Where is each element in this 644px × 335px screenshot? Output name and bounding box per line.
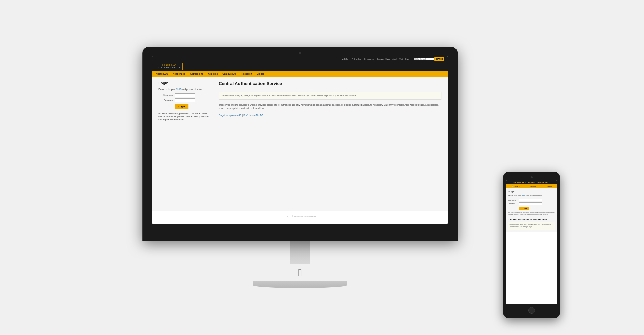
phone-password-row: Password bbox=[508, 202, 555, 205]
phone-home-button-icon[interactable] bbox=[528, 307, 535, 314]
azindex-link[interactable]: A-Z Index bbox=[352, 58, 361, 60]
phone-mobile-nav[interactable]: ◑ Mobile bbox=[529, 185, 536, 187]
search-input[interactable] bbox=[414, 58, 434, 60]
login-button[interactable]: Login bbox=[175, 104, 188, 109]
phone-login-text: Please enter your NetID and password bel… bbox=[508, 194, 555, 197]
topbar-search: SEARCH bbox=[414, 57, 444, 61]
search-button[interactable]: SEARCH bbox=[434, 57, 444, 61]
search-icon: 🔍 bbox=[512, 185, 514, 187]
nav-global[interactable]: Global bbox=[257, 71, 264, 77]
username-label: Username bbox=[158, 94, 173, 96]
login-panel: Login Please enter your NetID and passwo… bbox=[158, 81, 212, 207]
phone-nav-bar: 🔍 Search ◑ Mobile ☰ Menu bbox=[506, 184, 557, 188]
campusmaps-link[interactable]: Campus Maps bbox=[377, 58, 390, 60]
no-netid-link[interactable]: Don't have a NetID? bbox=[243, 114, 263, 116]
netid-link[interactable]: NetID bbox=[176, 88, 182, 90]
apple-logo-icon:  bbox=[142, 264, 458, 281]
username-input[interactable] bbox=[175, 93, 195, 97]
site-footer: Copyright © Kennesaw State University bbox=[152, 211, 448, 221]
phone-login-title: Login bbox=[508, 190, 555, 193]
scene: MyKSU A-Z Index Directories Campus Maps … bbox=[0, 0, 644, 335]
cas-title: Central Authentication Service bbox=[219, 81, 441, 88]
cas-panel: Central Authentication Service Effective… bbox=[219, 81, 441, 207]
phone-cas-notice: Effective February 8, 2018, Owl Express … bbox=[508, 222, 555, 230]
phone-username-input[interactable] bbox=[519, 199, 542, 201]
cas-links: Forgot your password? | Don't have a Net… bbox=[219, 114, 441, 117]
nav-admissions[interactable]: Admissions bbox=[190, 71, 203, 77]
nav-athletics[interactable]: Athletics bbox=[208, 71, 218, 77]
phone-ksu-title: KENNESAW STATE UNIVERSITY bbox=[507, 181, 556, 183]
imac-bezel: MyKSU A-Z Index Directories Campus Maps … bbox=[142, 47, 458, 241]
nav-campus-life[interactable]: Campus Life bbox=[222, 71, 236, 77]
phone-username-label: Username bbox=[508, 199, 518, 201]
directories-link[interactable]: Directories bbox=[364, 58, 374, 60]
logo-line2: STATE UNIVERSITY bbox=[158, 66, 180, 69]
phone-password-input[interactable] bbox=[519, 202, 542, 205]
menu-icon: ☰ bbox=[546, 185, 547, 187]
mobile-icon: ◑ bbox=[529, 185, 530, 187]
action-links: Apply Visit Give bbox=[392, 58, 409, 60]
cas-notice: Effective February 8, 2018, Owl Express … bbox=[219, 92, 441, 100]
username-row: Username bbox=[158, 93, 212, 97]
phone-security-note: For security reasons, please Log Out and… bbox=[508, 212, 555, 216]
apply-link[interactable]: Apply bbox=[392, 58, 397, 60]
imac-stand-base bbox=[253, 281, 347, 288]
phone-netid-link[interactable]: NetID bbox=[522, 194, 526, 196]
phone-menu-nav[interactable]: ☰ Menu bbox=[546, 185, 552, 187]
phone-content: Login Please enter your NetID and passwo… bbox=[506, 188, 557, 232]
login-intro: Please enter your NetID and password bel… bbox=[158, 88, 212, 91]
phone-cas-title: Central Authentication Service bbox=[508, 218, 555, 221]
topbar-links: MyKSU A-Z Index Directories Campus Maps bbox=[342, 58, 390, 60]
nav-research[interactable]: Research bbox=[241, 71, 252, 77]
copyright-text: Copyright © Kennesaw State University bbox=[284, 215, 316, 217]
imac-stand-neck bbox=[290, 241, 310, 264]
login-title: Login bbox=[158, 81, 212, 85]
website-desktop: MyKSU A-Z Index Directories Campus Maps … bbox=[152, 56, 448, 224]
password-row: Password bbox=[158, 98, 212, 102]
phone-website: KENNESAW STATE UNIVERSITY 🔍 Search ◑ Mob… bbox=[506, 180, 557, 232]
phone: KENNESAW STATE UNIVERSITY 🔍 Search ◑ Mob… bbox=[503, 172, 560, 318]
visit-link[interactable]: Visit bbox=[399, 58, 403, 60]
site-logobar: KENNESAW STATE UNIVERSITY bbox=[152, 62, 448, 71]
nav-about-ksu[interactable]: About KSU bbox=[156, 71, 168, 77]
content-area: Login Please enter your NetID and passwo… bbox=[152, 77, 448, 211]
imac: MyKSU A-Z Index Directories Campus Maps … bbox=[142, 47, 458, 288]
phone-header: KENNESAW STATE UNIVERSITY bbox=[506, 180, 557, 184]
site-topbar: MyKSU A-Z Index Directories Campus Maps … bbox=[152, 56, 448, 62]
phone-search-nav[interactable]: 🔍 Search bbox=[512, 185, 520, 187]
cas-body: This service and the services to which i… bbox=[219, 103, 441, 110]
phone-username-row: Username bbox=[508, 199, 555, 201]
main-nav: About KSU Academics Admissions Athletics… bbox=[152, 71, 448, 77]
password-label: Password bbox=[158, 99, 173, 102]
phone-password-label: Password bbox=[508, 203, 518, 205]
phone-login-button[interactable]: Login bbox=[519, 207, 529, 210]
nav-academics[interactable]: Academics bbox=[173, 71, 185, 77]
ksu-logo: KENNESAW STATE UNIVERSITY bbox=[156, 63, 183, 70]
password-input[interactable] bbox=[175, 98, 195, 102]
security-note: For security reasons, please Log Out and… bbox=[158, 112, 212, 121]
give-link[interactable]: Give bbox=[405, 58, 409, 60]
phone-body: KENNESAW STATE UNIVERSITY 🔍 Search ◑ Mob… bbox=[503, 172, 560, 318]
phone-screen: KENNESAW STATE UNIVERSITY 🔍 Search ◑ Mob… bbox=[506, 180, 557, 304]
forgot-password-link[interactable]: Forgot your password? bbox=[219, 114, 241, 116]
imac-screen: MyKSU A-Z Index Directories Campus Maps … bbox=[152, 56, 448, 224]
phone-camera-icon bbox=[531, 176, 533, 178]
myksu-link[interactable]: MyKSU bbox=[342, 58, 348, 60]
